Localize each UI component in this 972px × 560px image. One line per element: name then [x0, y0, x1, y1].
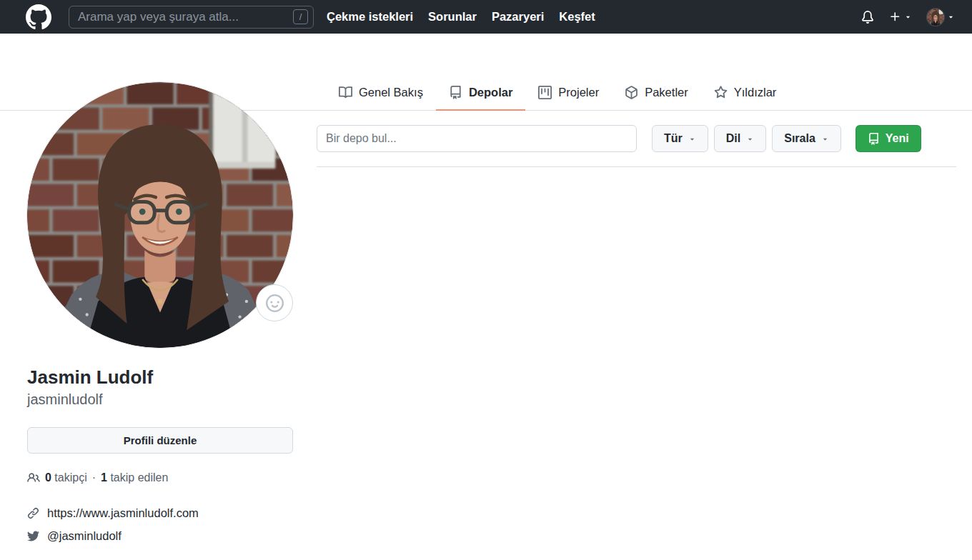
user-menu-button[interactable] — [927, 9, 955, 26]
smiley-icon — [266, 294, 284, 312]
language-filter-button[interactable]: Dil — [714, 125, 766, 152]
triangle-down-icon — [688, 135, 696, 143]
global-search-input[interactable]: Arama yap veya şuraya atla... / — [69, 6, 314, 29]
tab-label: Genel Bakış — [359, 86, 423, 99]
followers-row: 0 takipçi · 1 takip edilen — [27, 471, 293, 484]
tab-label: Projeler — [558, 86, 599, 99]
plus-icon — [889, 11, 901, 23]
website-link[interactable]: https://www.jasminludolf.com — [47, 506, 199, 520]
book-icon — [339, 86, 352, 99]
tab-label: Paketler — [645, 86, 688, 99]
navbar-avatar — [927, 9, 944, 26]
tab-repositories[interactable]: Depolar — [436, 76, 525, 111]
profile-details: https://www.jasminludolf.com @jasminludo… — [27, 506, 293, 543]
github-mark-icon — [26, 4, 51, 30]
star-icon — [714, 86, 728, 99]
profile-avatar[interactable] — [27, 82, 293, 348]
profile-name: Jasmin Ludolf — [27, 366, 293, 389]
notifications-button[interactable] — [861, 11, 874, 24]
status-button[interactable] — [256, 284, 293, 321]
triangle-down-icon — [821, 135, 829, 143]
project-icon — [538, 86, 552, 99]
tab-label: Depolar — [469, 86, 512, 99]
repo-filter-row: Tür Dil Sırala Yeni — [317, 125, 956, 152]
following-link[interactable]: 1 takip edilen — [101, 471, 168, 484]
navbar-right — [861, 9, 955, 26]
slash-shortcut-key: / — [293, 9, 308, 24]
new-repository-button[interactable]: Yeni — [856, 125, 921, 152]
website-row: https://www.jasminludolf.com — [27, 506, 293, 520]
nav-link-pull-requests[interactable]: Çekme istekleri — [327, 10, 413, 24]
followers-link[interactable]: 0 takipçi — [45, 471, 87, 484]
triangle-down-icon — [904, 13, 912, 21]
triangle-down-icon — [947, 13, 955, 21]
create-new-button[interactable] — [889, 11, 912, 23]
repo-list-divider — [317, 166, 956, 167]
repo-icon — [868, 133, 880, 145]
tab-overview[interactable]: Genel Bakış — [326, 76, 436, 111]
repo-icon — [449, 86, 462, 99]
tab-packages[interactable]: Paketler — [612, 76, 701, 111]
package-icon — [625, 86, 638, 99]
people-icon — [27, 471, 40, 484]
twitter-icon — [27, 530, 39, 542]
tab-stars[interactable]: Yıldızlar — [701, 76, 790, 111]
global-navbar: Arama yap veya şuraya atla... / Çekme is… — [0, 0, 972, 34]
triangle-down-icon — [746, 135, 754, 143]
profile-username: jasminludolf — [27, 389, 293, 410]
tab-label: Yıldızlar — [734, 86, 777, 99]
nav-link-explore[interactable]: Keşfet — [559, 10, 595, 24]
avatar-wrapper — [27, 82, 293, 348]
repositories-panel: Tür Dil Sırala Yeni — [317, 125, 956, 167]
nav-link-issues[interactable]: Sorunlar — [428, 10, 477, 24]
navbar-links: Çekme istekleri Sorunlar Pazaryeri Keşfe… — [327, 10, 595, 24]
edit-profile-button[interactable]: Profili düzenle — [27, 427, 293, 454]
profile-sidebar: Jasmin Ludolf jasminludolf Profili düzen… — [27, 82, 293, 543]
type-filter-button[interactable]: Tür — [652, 125, 708, 152]
nav-link-marketplace[interactable]: Pazaryeri — [492, 10, 544, 24]
sort-filter-button[interactable]: Sırala — [772, 125, 841, 152]
github-logo[interactable] — [26, 4, 51, 30]
tab-projects[interactable]: Projeler — [525, 76, 612, 111]
followers-separator: · — [92, 471, 96, 484]
bell-icon — [861, 11, 874, 24]
global-search-placeholder: Arama yap veya şuraya atla... — [78, 10, 239, 24]
twitter-link[interactable]: @jasminludolf — [47, 529, 122, 543]
find-repository-input[interactable] — [317, 125, 637, 152]
twitter-row: @jasminludolf — [27, 529, 293, 543]
link-icon — [27, 507, 39, 519]
profile-tabs: Genel Bakış Depolar Projeler Paketler Yı… — [326, 76, 789, 111]
